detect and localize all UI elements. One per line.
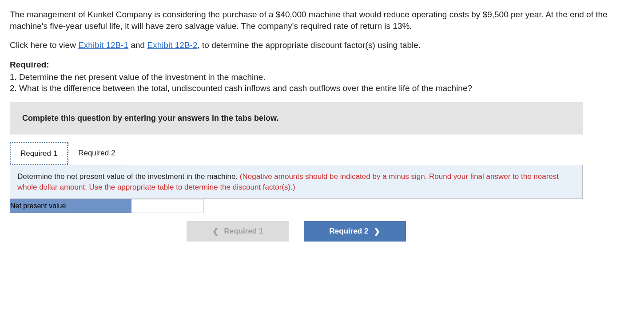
answer-input-cell [131,199,203,213]
answer-area: Complete this question by entering your … [10,102,583,242]
required-item-1: 1. Determine the net present value of th… [10,71,634,83]
exhibit-12b-2-link[interactable]: Exhibit 12B-2 [147,40,197,50]
problem-paragraph-2: Click here to view Exhibit 12B-1 and Exh… [10,40,634,51]
chevron-right-icon: ❯ [374,226,380,236]
tab-prompt: Determine the net present value of the i… [17,172,240,181]
text-fragment: and [128,40,147,50]
chevron-left-icon: ❮ [212,226,219,236]
prev-required-button: ❮ Required 1 [187,221,289,242]
required-item-2: 2. What is the difference between the to… [10,83,634,94]
next-required-button[interactable]: Required 2 ❯ [304,221,406,242]
nav-row: ❮ Required 1 Required 2 ❯ [10,221,583,242]
text-fragment: , to determine the appropriate discount … [197,40,421,50]
tabs-row: Required 1 Required 2 [10,142,583,165]
table-row: Net present value [10,199,203,213]
tab-required-1[interactable]: Required 1 [10,142,68,165]
text-fragment: Click here to view [10,40,78,50]
net-present-value-input[interactable] [131,199,203,213]
instruction-bar: Complete this question by entering your … [10,102,583,135]
required-heading: Required: [10,59,634,71]
tab-content: Determine the net present value of the i… [10,165,583,199]
prev-button-label: Required 1 [224,227,263,236]
answer-label-cell: Net present value [10,199,131,213]
next-button-label: Required 2 [330,227,369,236]
exhibit-12b-1-link[interactable]: Exhibit 12B-1 [78,40,128,50]
problem-statement: The management of Kunkel Company is cons… [10,9,634,94]
problem-paragraph-1: The management of Kunkel Company is cons… [10,9,634,32]
tab-required-2[interactable]: Required 2 [68,142,125,165]
answer-input-table: Net present value [10,199,203,213]
